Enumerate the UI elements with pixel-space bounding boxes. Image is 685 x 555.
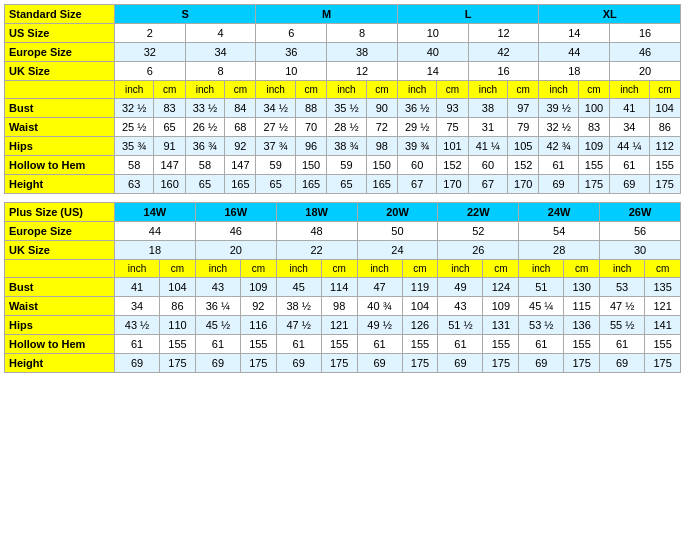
europe-size-row: Europe Size 32 34 36 38 40 42 44 46 bbox=[5, 43, 681, 62]
us-10: 10 bbox=[397, 24, 468, 43]
waist-row: Waist 25 ½65 26 ½68 27 ½70 28 ½72 29 ½75… bbox=[5, 118, 681, 137]
size-18w: 18W bbox=[276, 203, 357, 222]
us-12: 12 bbox=[468, 24, 539, 43]
standard-size-table: Standard Size S M L XL US Size 2 4 6 8 1… bbox=[4, 4, 681, 194]
plus-uk-row: UK Size 18 20 22 24 26 28 30 bbox=[5, 241, 681, 260]
us-4: 4 bbox=[185, 24, 256, 43]
plus-size-label: Plus Size (US) bbox=[5, 203, 115, 222]
hips-row: Hips 35 ¾91 36 ¾92 37 ¾96 38 ¾98 39 ¾101… bbox=[5, 137, 681, 156]
us-size-row: US Size 2 4 6 8 10 12 14 16 bbox=[5, 24, 681, 43]
size-16w: 16W bbox=[195, 203, 276, 222]
plus-size-table: Plus Size (US) 14W 16W 18W 20W 22W 24W 2… bbox=[4, 202, 681, 373]
plus-header-row: Plus Size (US) 14W 16W 18W 20W 22W 24W 2… bbox=[5, 203, 681, 222]
plus-bust-row: Bust 41104 43109 45114 47119 49124 51130… bbox=[5, 278, 681, 297]
size-xl: XL bbox=[539, 5, 681, 24]
height-row: Height 63160 65165 65165 65165 67170 671… bbox=[5, 175, 681, 194]
plus-height-row: Height 69175 69175 69175 69175 69175 691… bbox=[5, 354, 681, 373]
size-l: L bbox=[397, 5, 538, 24]
size-24w: 24W bbox=[519, 203, 600, 222]
header-row-1: Standard Size S M L XL bbox=[5, 5, 681, 24]
sub-header-row: inch cm inch cm inch cm inch cm inch cm … bbox=[5, 81, 681, 99]
hollow-to-hem-row: Hollow to Hem 58147 58147 59150 59150 60… bbox=[5, 156, 681, 175]
uk-size-label: UK Size bbox=[5, 62, 115, 81]
size-s: S bbox=[115, 5, 256, 24]
size-26w: 26W bbox=[600, 203, 681, 222]
size-20w: 20W bbox=[357, 203, 438, 222]
us-6: 6 bbox=[256, 24, 327, 43]
us-size-label: US Size bbox=[5, 24, 115, 43]
uk-size-row: UK Size 6 8 10 12 14 16 18 20 bbox=[5, 62, 681, 81]
us-8: 8 bbox=[327, 24, 398, 43]
europe-size-label: Europe Size bbox=[5, 43, 115, 62]
plus-hips-row: Hips 43 ½110 45 ½116 47 ½121 49 ½126 51 … bbox=[5, 316, 681, 335]
plus-hollow-to-hem-row: Hollow to Hem 61155 61155 61155 61155 61… bbox=[5, 335, 681, 354]
plus-europe-row: Europe Size 44 46 48 50 52 54 56 bbox=[5, 222, 681, 241]
main-container: Standard Size S M L XL US Size 2 4 6 8 1… bbox=[0, 0, 685, 385]
bust-row: Bust 32 ½83 33 ½84 34 ½88 35 ½90 36 ½93 … bbox=[5, 99, 681, 118]
us-16: 16 bbox=[610, 24, 681, 43]
us-14: 14 bbox=[539, 24, 610, 43]
size-14w: 14W bbox=[115, 203, 196, 222]
size-m: M bbox=[256, 5, 397, 24]
us-2: 2 bbox=[115, 24, 186, 43]
size-22w: 22W bbox=[438, 203, 519, 222]
plus-waist-row: Waist 3486 36 ¼92 38 ½98 40 ¾104 43109 4… bbox=[5, 297, 681, 316]
plus-sub-header-row: inch cm inch cm inch cm inch cm inch cm … bbox=[5, 260, 681, 278]
standard-size-label: Standard Size bbox=[5, 5, 115, 24]
